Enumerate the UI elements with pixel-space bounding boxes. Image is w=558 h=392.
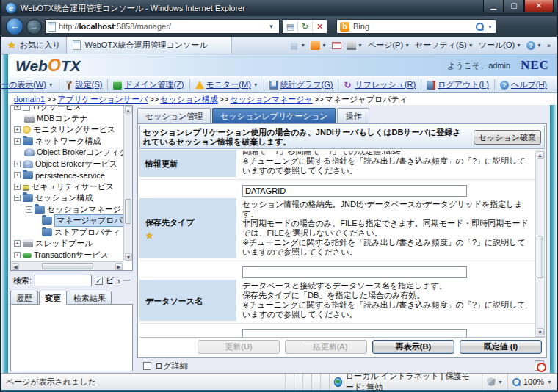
- menu-settings[interactable]: 設定(S): [59, 79, 109, 90]
- tree-item-log-service[interactable]: +ログサービス: [14, 105, 123, 113]
- site-icon: [48, 22, 56, 32]
- tools-menu[interactable]: ツール(O)▼: [479, 40, 521, 51]
- breadcrumb-session-manager[interactable]: セッションマネージャ: [230, 95, 312, 104]
- menu-domain-management[interactable]: ドメイン管理(Z): [108, 79, 189, 90]
- zoom-dropdown-icon[interactable]: ▼: [547, 380, 552, 385]
- search-engine-label[interactable]: Bing: [353, 22, 472, 31]
- form-vertical-scrollbar[interactable]: ▲▼: [535, 150, 545, 337]
- zoom-magnifier-icon: [512, 378, 521, 386]
- close-button[interactable]: ✕: [524, 0, 554, 12]
- breadcrumb-domain1[interactable]: domain1: [14, 95, 45, 104]
- breadcrumb-session-config[interactable]: セッション構成: [160, 95, 217, 104]
- protected-mode-cell[interactable]: ▼: [482, 374, 508, 390]
- tab-session-replication[interactable]: セッションレプリケーション: [212, 108, 336, 123]
- mail-button[interactable]: [332, 42, 341, 49]
- safety-menu[interactable]: セーフティ(S)▼: [415, 40, 474, 51]
- sql-extension-path-input[interactable]: [242, 329, 467, 337]
- collapse-icon[interactable]: −: [14, 195, 21, 201]
- menu-monitor[interactable]: モニター(M)▼: [190, 79, 264, 90]
- destroy-session-button[interactable]: セッション破棄: [474, 130, 541, 145]
- collapse-icon[interactable]: −: [26, 206, 32, 213]
- menu-help[interactable]: ?ヘルプ(H): [495, 79, 552, 90]
- back-button[interactable]: ←: [6, 18, 23, 35]
- action-button-row: 更新(U) 一括更新(A) 再表示(B) 既定値 (I): [140, 337, 545, 356]
- tree-item-manager-property[interactable]: マネージャプロパティ: [14, 215, 123, 227]
- tab-operations[interactable]: 操作: [337, 108, 369, 123]
- status-message: ページが表示されました: [1, 374, 286, 390]
- tree-item-security-service[interactable]: +セキュリティサービス: [14, 181, 123, 193]
- default-value-button[interactable]: 既定値 (I): [460, 340, 542, 354]
- favorites-button[interactable]: ★ お気に入り: [1, 37, 66, 54]
- tab-search-results[interactable]: 検索結果: [68, 291, 112, 305]
- tree-item-objectbroker-service[interactable]: +Object Brokerサービス: [14, 159, 123, 170]
- bing-logo-icon: b: [340, 22, 349, 32]
- feeds-button[interactable]: ▼: [311, 41, 327, 50]
- expand-icon[interactable]: +: [14, 126, 21, 133]
- expand-icon[interactable]: +: [14, 161, 21, 167]
- mdb-container-icon: [24, 115, 35, 123]
- menu-logout[interactable]: ログアウト(L): [421, 79, 495, 90]
- browser-tab[interactable]: WebOTX統合運用管理コンソール: [66, 37, 232, 54]
- tree-item-store-property[interactable]: ストアプロパティ: [14, 227, 123, 239]
- log-detail-checkbox[interactable]: [143, 362, 151, 370]
- url-text[interactable]: http://localhost:5858/manager/: [59, 22, 263, 31]
- page-error-icon[interactable]: [535, 360, 544, 371]
- refresh-icon[interactable]: ↻: [297, 20, 312, 33]
- search-box[interactable]: b Bing ▼: [336, 19, 496, 34]
- transaction-icon: [23, 253, 32, 258]
- expand-icon[interactable]: +: [14, 138, 21, 145]
- folder-icon: [42, 228, 52, 236]
- expand-icon[interactable]: +: [14, 172, 21, 178]
- zoom-cell[interactable]: 100% ▼: [508, 374, 557, 390]
- tree-item-session-manager[interactable]: −セッションマネージャ: [14, 204, 123, 216]
- overflow-chevron-icon[interactable]: »: [547, 42, 551, 49]
- search-label: 検索:: [13, 275, 32, 286]
- redisplay-button[interactable]: 再表示(B): [372, 340, 454, 354]
- view-checkbox[interactable]: ✓: [95, 277, 103, 285]
- tree-search-input[interactable]: [35, 275, 92, 286]
- menu-refresh[interactable]: ↻リフレッシュ(R): [338, 79, 421, 90]
- print-button[interactable]: ▼: [347, 41, 363, 50]
- compatibility-view-icon[interactable]: ▤: [283, 20, 297, 33]
- webotx-logo: WebOTX: [15, 56, 81, 76]
- tab-history[interactable]: 履歴: [10, 291, 38, 305]
- search-icon[interactable]: [476, 23, 484, 31]
- batch-update-button[interactable]: 一括更新(A): [285, 340, 367, 354]
- favorites-label[interactable]: お気に入り: [20, 40, 61, 51]
- expand-icon[interactable]: +: [14, 240, 21, 247]
- update-button[interactable]: 更新(U): [198, 340, 280, 354]
- tree-vertical-scrollbar[interactable]: ▲▼: [123, 106, 132, 261]
- expand-icon[interactable]: +: [14, 252, 21, 258]
- stop-icon[interactable]: ✕: [312, 20, 327, 33]
- tree-item-mdb-container[interactable]: MDBコンテナ: [14, 113, 123, 125]
- tree-item-transaction-service[interactable]: +Transactionサービス: [14, 250, 123, 261]
- expand-icon[interactable]: +: [14, 105, 21, 110]
- menu-statistics-graph[interactable]: 統計グラフ(G): [264, 79, 339, 90]
- tree-item-persistence-service[interactable]: +persistence-service: [14, 170, 123, 181]
- tab-session-management[interactable]: セッション管理: [137, 108, 211, 123]
- tree-item-network-config[interactable]: +ネットワーク構成: [14, 136, 123, 148]
- minimize-button[interactable]: ▁: [483, 0, 504, 12]
- tree-item-session-config[interactable]: −セッション構成: [14, 192, 123, 204]
- url-dropdown-icon[interactable]: ▼: [266, 23, 277, 30]
- tree-item-thread-pool[interactable]: +スレッドプール: [14, 238, 123, 250]
- tree-horizontal-scrollbar[interactable]: ◀▶: [11, 261, 123, 270]
- datasource-name-input[interactable]: [242, 266, 467, 278]
- tab-title[interactable]: WebOTX統合運用管理コンソール: [84, 40, 207, 51]
- tree-item-monitoring-service[interactable]: +モニタリングサービス: [14, 124, 123, 136]
- home-button[interactable]: ▼: [289, 41, 305, 50]
- help-button[interactable]: ?▼: [526, 41, 542, 50]
- selected-tree-label[interactable]: マネージャプロパティ: [54, 214, 123, 227]
- search-dropdown-icon[interactable]: ▼: [488, 24, 493, 29]
- page-menu[interactable]: ページ(P)▼: [368, 40, 410, 51]
- security-zone-cell: ローカル イントラネット | 保護モード: 無効: [330, 374, 482, 390]
- forward-button[interactable]: →: [26, 19, 42, 35]
- url-field[interactable]: http://localhost:5858/manager/ ▼: [45, 19, 280, 34]
- breadcrumb-appserver[interactable]: アプリケーションサーバ: [57, 95, 148, 104]
- maximize-button[interactable]: ▢: [504, 0, 524, 12]
- menu-view-display[interactable]: ビューの表示(W)▼: [0, 79, 59, 90]
- expand-icon[interactable]: +: [14, 184, 21, 190]
- tab-changes[interactable]: 変更: [39, 291, 67, 305]
- store-type-input[interactable]: [242, 185, 467, 197]
- tree-item-objectbroker-config[interactable]: Object Brokerコンフィグ: [14, 147, 123, 159]
